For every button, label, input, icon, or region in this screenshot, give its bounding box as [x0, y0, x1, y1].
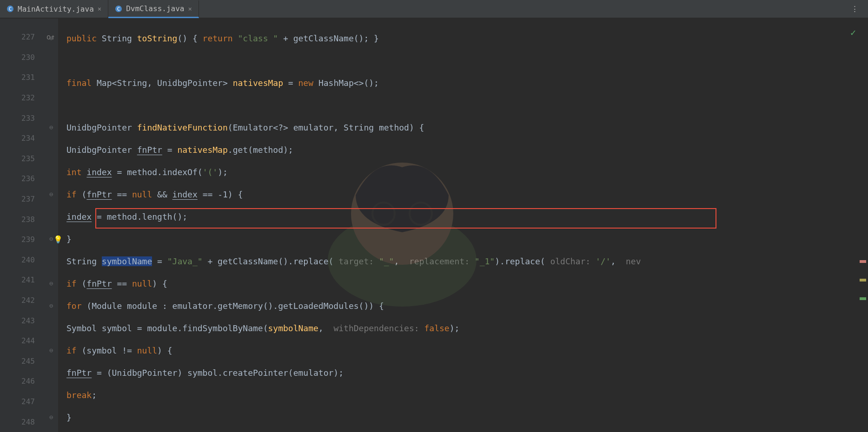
line-number: 244: [0, 331, 44, 351]
code-line[interactable]: index = method.length();: [66, 205, 868, 228]
close-icon[interactable]: ×: [98, 5, 101, 13]
code-line[interactable]: Symbol symbol = module.findSymbolByName(…: [66, 317, 868, 339]
tab-bar: C MainActivity.java × C DvmClass.java × …: [0, 0, 868, 19]
line-number: 245: [0, 351, 44, 372]
code-line[interactable]: int index = method.indexOf('(');: [66, 161, 868, 183]
code-line[interactable]: UnidbgPointer findNativeFunction(Emulato…: [66, 116, 868, 138]
fold-gutter: ⊕ ⊖ ⊖ ⊖ ⊖ ⊖ ⊖ ⊖ ⊖: [44, 19, 58, 432]
fold-icon[interactable]: ⊖: [44, 116, 58, 138]
code-line[interactable]: String symbolName = "Java_" + getClassNa…: [66, 250, 868, 272]
editor: 227o↑ 230 231 232 233 234 235 236 237 23…: [0, 19, 868, 432]
svg-text:C: C: [117, 6, 120, 12]
tab-label: MainActivity.java: [18, 5, 94, 13]
code-line[interactable]: if (fnPtr == null && index == -1) {: [66, 183, 868, 205]
status-ok-icon[interactable]: ✓: [850, 27, 856, 38]
line-number: 227o↑: [0, 27, 44, 47]
line-number: 237: [0, 189, 44, 209]
code-line[interactable]: fnPtr = (UnidbgPointer) symbol.createPoi…: [66, 361, 868, 384]
line-number: 234: [0, 128, 44, 149]
line-number: 239💡: [0, 229, 44, 250]
line-number: 240: [0, 250, 44, 270]
fold-icon[interactable]: ⊖: [44, 295, 58, 317]
line-number: 247: [0, 392, 44, 412]
code-line[interactable]: [66, 49, 868, 72]
line-number-gutter: 227o↑ 230 231 232 233 234 235 236 237 23…: [0, 19, 44, 432]
code-line[interactable]: if (symbol != null) {: [66, 339, 868, 361]
line-number: 248: [0, 412, 44, 432]
code-line[interactable]: }: [66, 428, 868, 432]
code-area[interactable]: public String toString() { return "class…: [58, 19, 868, 432]
line-number: 243: [0, 310, 44, 331]
line-number: 238: [0, 209, 44, 229]
code-line[interactable]: if (fnPtr == null) {: [66, 272, 868, 295]
code-line[interactable]: UnidbgPointer fnPtr = nativesMap.get(met…: [66, 138, 868, 161]
line-number: 241: [0, 270, 44, 290]
line-number: 236: [0, 169, 44, 189]
fold-icon[interactable]: ⊖: [44, 339, 58, 361]
class-icon: C: [7, 5, 14, 13]
scroll-marker[interactable]: [860, 260, 866, 263]
line-number: 242: [0, 290, 44, 311]
code-line[interactable]: }: [66, 406, 868, 428]
code-line[interactable]: final Map<String, UnidbgPointer> natives…: [66, 72, 868, 94]
fold-icon[interactable]: ⊖: [44, 183, 58, 205]
more-icon[interactable]: ⋮: [851, 4, 859, 13]
tab-label: DvmClass.java: [126, 4, 184, 13]
line-number: 230: [0, 47, 44, 68]
svg-text:C: C: [9, 6, 12, 12]
override-icon[interactable]: o↑: [46, 33, 55, 41]
fold-icon[interactable]: ⊖: [44, 272, 58, 295]
code-line[interactable]: break;: [66, 384, 868, 406]
code-line[interactable]: for (Module module : emulator.getMemory(…: [66, 295, 868, 317]
line-number: 232: [0, 88, 44, 108]
close-icon[interactable]: ×: [188, 5, 192, 13]
fold-icon[interactable]: ⊖: [44, 428, 58, 432]
line-number: 231: [0, 67, 44, 88]
code-line[interactable]: public String toString() { return "class…: [66, 27, 868, 49]
scroll-marker[interactable]: [860, 297, 866, 300]
class-icon: C: [115, 5, 122, 13]
code-line[interactable]: [66, 94, 868, 116]
line-number: 246: [0, 371, 44, 392]
scrollbar[interactable]: [860, 260, 866, 316]
tab-main-activity[interactable]: C MainActivity.java ×: [0, 0, 108, 18]
fold-icon[interactable]: ⊖: [44, 406, 58, 428]
line-number: 235: [0, 149, 44, 169]
line-number: 233: [0, 108, 44, 128]
tab-dvm-class[interactable]: C DvmClass.java ×: [108, 0, 199, 18]
code-line[interactable]: }: [66, 228, 868, 250]
scroll-marker[interactable]: [860, 279, 866, 281]
